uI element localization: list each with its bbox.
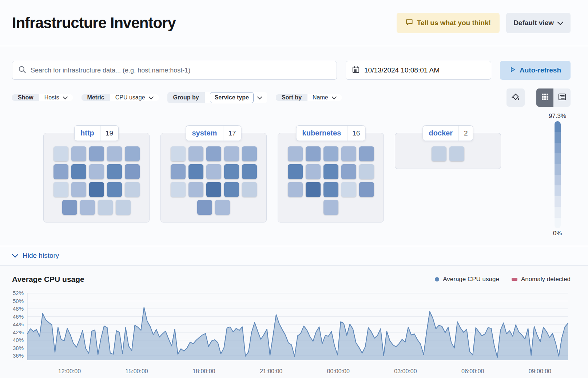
cpu-usage-area-chart: 52%50%48%46%44%42%40%38%36%12:00:0015:00… xyxy=(12,289,571,378)
host-tile[interactable] xyxy=(288,182,303,197)
table-list-icon xyxy=(558,92,567,103)
feedback-label: Tell us what you think! xyxy=(417,19,491,27)
tile-grid xyxy=(171,146,257,215)
host-tile[interactable] xyxy=(215,200,230,215)
host-tile[interactable] xyxy=(116,200,131,215)
group-name: http xyxy=(75,126,100,141)
tile-grid xyxy=(53,146,140,215)
host-tile[interactable] xyxy=(359,182,374,197)
host-tile[interactable] xyxy=(323,200,338,215)
host-tile[interactable] xyxy=(53,164,68,179)
x-tick-label: 09:00:00 xyxy=(529,368,551,374)
host-tile[interactable] xyxy=(206,146,221,161)
group-badge-kubernetes[interactable]: kubernetes16 xyxy=(296,125,366,141)
legend-item-anomaly: Anomaly detected xyxy=(512,276,571,283)
groups-row: http19system17kubernetes16docker2 xyxy=(43,133,588,223)
host-tile[interactable] xyxy=(107,164,122,179)
host-tile[interactable] xyxy=(288,146,303,161)
host-tile[interactable] xyxy=(188,164,203,179)
host-tile[interactable] xyxy=(107,146,122,161)
host-tile[interactable] xyxy=(306,146,321,161)
auto-refresh-button[interactable]: Auto-refresh xyxy=(500,61,571,80)
default-view-button[interactable]: Default view xyxy=(506,13,571,33)
host-tile[interactable] xyxy=(242,182,257,197)
view-controls xyxy=(506,88,571,107)
host-tile[interactable] xyxy=(171,146,186,161)
host-tile[interactable] xyxy=(89,164,104,179)
host-tile[interactable] xyxy=(80,200,95,215)
y-tick-label: 40% xyxy=(13,337,24,343)
host-tile[interactable] xyxy=(188,146,203,161)
color-palette-button[interactable] xyxy=(506,88,525,107)
host-tile[interactable] xyxy=(171,182,186,197)
host-tile[interactable] xyxy=(107,182,122,197)
host-tile[interactable] xyxy=(359,146,374,161)
host-tile[interactable] xyxy=(242,146,257,161)
header-actions: Tell us what you think! Default view xyxy=(397,13,571,33)
show-filter-value[interactable]: Hosts xyxy=(39,94,73,101)
host-tile[interactable] xyxy=(449,146,464,161)
y-tick-label: 46% xyxy=(13,314,24,320)
host-tile[interactable] xyxy=(71,182,86,197)
group-badge-http[interactable]: http19 xyxy=(74,125,119,141)
host-tile[interactable] xyxy=(306,164,321,179)
hide-history-toggle[interactable]: Hide history xyxy=(0,246,588,265)
map-view-button[interactable] xyxy=(536,88,553,107)
y-tick-label: 48% xyxy=(13,306,24,312)
group-by-filter-selection[interactable]: Service type xyxy=(210,92,254,103)
group-by-filter-value[interactable]: Service type xyxy=(205,92,267,103)
group-badge-system[interactable]: system17 xyxy=(186,125,241,141)
host-tile[interactable] xyxy=(206,182,221,197)
host-tile[interactable] xyxy=(71,146,86,161)
host-tile[interactable] xyxy=(323,146,338,161)
host-tile[interactable] xyxy=(89,182,104,197)
host-tile[interactable] xyxy=(288,164,303,179)
host-tile[interactable] xyxy=(171,164,186,179)
host-tile[interactable] xyxy=(197,200,212,215)
host-tile[interactable] xyxy=(125,146,140,161)
anomaly-swatch-icon xyxy=(512,278,517,281)
host-tile[interactable] xyxy=(323,164,338,179)
date-picker[interactable]: 10/13/2024 10:08:01 AM xyxy=(346,61,491,80)
table-view-button[interactable] xyxy=(553,88,571,107)
host-tile[interactable] xyxy=(89,146,104,161)
host-tile[interactable] xyxy=(62,200,77,215)
host-tile[interactable] xyxy=(359,164,374,179)
host-tile[interactable] xyxy=(432,146,446,161)
host-tile[interactable] xyxy=(341,182,356,197)
host-tile[interactable] xyxy=(53,182,68,197)
y-tick-label: 52% xyxy=(13,290,24,296)
group-count: 19 xyxy=(100,126,118,141)
metric-filter: Metric CPU usage xyxy=(82,94,159,101)
group-badge-docker[interactable]: docker2 xyxy=(422,125,473,141)
host-tile[interactable] xyxy=(224,182,239,197)
host-tile[interactable] xyxy=(53,146,68,161)
metric-filter-value[interactable]: CPU usage xyxy=(110,94,159,101)
host-tile[interactable] xyxy=(242,164,257,179)
sort-by-filter-value[interactable]: Name xyxy=(307,94,342,101)
feedback-button[interactable]: Tell us what you think! xyxy=(397,13,500,33)
host-tile[interactable] xyxy=(224,164,239,179)
host-tile[interactable] xyxy=(98,200,113,215)
host-tile[interactable] xyxy=(188,182,203,197)
search-box xyxy=(12,61,337,80)
x-tick-label: 15:00:00 xyxy=(125,368,148,374)
tile-row xyxy=(288,146,374,161)
tile-row xyxy=(53,146,140,161)
host-tile[interactable] xyxy=(206,164,221,179)
host-tile[interactable] xyxy=(71,164,86,179)
host-tile[interactable] xyxy=(125,182,140,197)
host-tile[interactable] xyxy=(125,164,140,179)
search-input[interactable] xyxy=(31,67,331,74)
group-count: 17 xyxy=(223,126,241,141)
host-tile[interactable] xyxy=(224,146,239,161)
cpu-series-dot-icon xyxy=(435,277,439,281)
chevron-down-icon xyxy=(149,94,154,101)
host-tile[interactable] xyxy=(341,164,356,179)
color-legend: 97.3% 0% xyxy=(546,113,569,237)
host-tile[interactable] xyxy=(323,182,338,197)
hide-history-label: Hide history xyxy=(23,252,59,260)
host-tile[interactable] xyxy=(341,146,356,161)
host-tile[interactable] xyxy=(306,182,321,197)
service-group-panel: system17 xyxy=(160,133,267,223)
